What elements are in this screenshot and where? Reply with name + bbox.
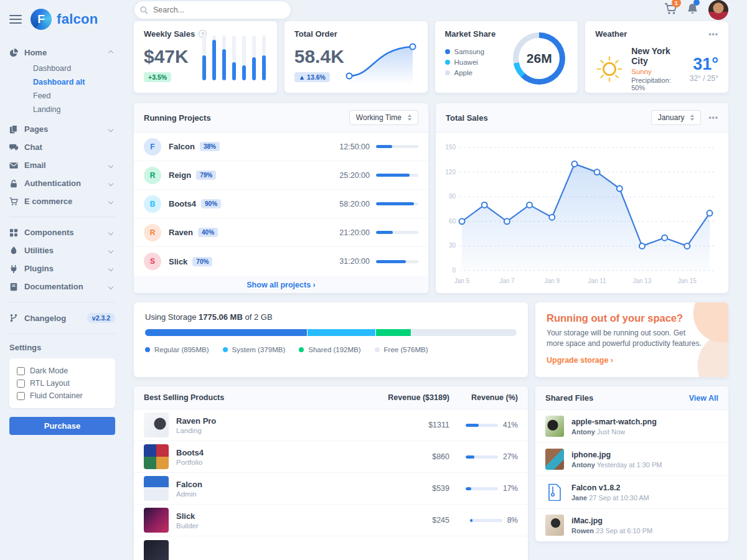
project-progress-bar (376, 231, 418, 234)
main-content: 1 Weekly Sales ? $47K +3.5% Total Order … (125, 0, 747, 560)
chat-icon (9, 143, 18, 152)
chevron-down-icon (108, 198, 113, 203)
sidebar-item-email[interactable]: Email (9, 156, 115, 174)
brand-name: falcon (57, 11, 98, 27)
sidebar-item-feed[interactable]: Feed (9, 89, 115, 103)
svg-text:Jan 15: Jan 15 (678, 278, 697, 284)
table-row: Raven Pro Landing $1311 41% (134, 409, 528, 441)
fire-icon (9, 246, 18, 255)
rtl-layout-toggle[interactable]: RTL Layout (17, 377, 108, 390)
table-row: Falcon Admin $539 17% (134, 473, 528, 505)
sidebar-item-chat[interactable]: Chat (9, 138, 115, 156)
revenue-pct-column-header: Revenue (%) (449, 393, 518, 402)
project-row[interactable]: B Boots4 90% 58:20:00 (134, 190, 428, 218)
fluid-container-toggle[interactable]: Fluid Container (17, 390, 108, 402)
svg-text:Jan 13: Jan 13 (632, 278, 651, 284)
notification-dot (693, 0, 700, 6)
sun-icon (595, 55, 624, 83)
dark-mode-checkbox[interactable] (17, 367, 25, 375)
chevron-down-icon (108, 266, 113, 271)
weather-range: 32° / 25° (690, 74, 718, 83)
weekly-sales-badge: +3.5% (144, 72, 171, 82)
project-avatar: B (144, 195, 161, 213)
sidebar-item-changelog[interactable]: Changelog v2.3.2 (9, 309, 115, 327)
chevron-down-icon (108, 248, 113, 253)
legend-dot (375, 347, 380, 352)
brand-logo[interactable]: F falcon (31, 9, 98, 30)
total-order-sparkline (341, 39, 421, 90)
sidebar-item-plugins[interactable]: Plugins (9, 259, 115, 278)
divider (9, 302, 115, 302)
project-row[interactable]: R Reign 79% 25:20:00 (134, 161, 428, 190)
market-share-card: Market Share Samsung Huawei Apple 26M (435, 21, 578, 93)
avatar[interactable] (708, 0, 728, 20)
weather-title: Weather (595, 29, 627, 39)
sidebar-item-dashboard[interactable]: Dashboard (9, 62, 115, 75)
sidebar-item-dashboard-alt[interactable]: Dashboard alt (9, 75, 115, 89)
sidebar-item-home[interactable]: Home (9, 44, 115, 62)
product-thumbnail (144, 508, 169, 533)
file-thumbnail (545, 449, 564, 470)
revenue-pct-bar (466, 455, 498, 459)
project-progress-badge: 79% (196, 170, 216, 180)
revenue-column-header: Revenue ($3189) (356, 393, 449, 402)
list-item[interactable]: iMac.jpg Rowen 23 Sep at 6:10 PM (535, 509, 728, 541)
cart-icon (9, 197, 18, 206)
view-all-link[interactable]: View All (689, 394, 718, 403)
sidebar-item-ecommerce[interactable]: E commerce (9, 192, 115, 210)
search-input[interactable] (134, 1, 291, 19)
show-all-projects-link[interactable]: Show all projects › (134, 276, 428, 293)
storage-label: Using Storage 1775.06 MB of 2 GB (145, 312, 517, 322)
market-share-total: 26M (513, 32, 565, 85)
revenue-pct-bar (466, 424, 498, 427)
revenue-pct-bar (466, 487, 498, 490)
sidebar-item-pages[interactable]: Pages (9, 120, 115, 138)
fluid-container-checkbox[interactable] (17, 392, 25, 400)
svg-text:60: 60 (449, 218, 456, 225)
project-row[interactable]: R Raven 40% 21:20:00 (134, 218, 428, 247)
version-badge: v2.3.2 (87, 313, 115, 323)
weather-city: New York City (631, 46, 682, 66)
total-order-title: Total Order (294, 29, 337, 39)
sidebar-item-landing[interactable]: Landing (9, 103, 115, 116)
sidebar-item-utilities[interactable]: Utilities (9, 241, 115, 259)
total-sales-menu-button[interactable]: ••• (708, 113, 718, 122)
sidebar-item-documentation[interactable]: Documentation (9, 278, 115, 296)
puzzle-icon (9, 228, 18, 237)
chevron-down-icon (108, 126, 113, 131)
list-item[interactable]: iphone.jpg Antony Yesterday at 1:30 PM (535, 443, 728, 476)
legend-dot (145, 347, 150, 352)
weather-menu-button[interactable]: ••• (708, 30, 718, 39)
list-item[interactable]: Falcon v1.8.2 Jane 27 Sep at 10:30 AM (535, 476, 728, 509)
cart-button[interactable]: 1 (664, 2, 677, 17)
table-row: Slick Builder $245 8% (134, 505, 528, 536)
market-share-donut-chart: 26M (513, 32, 565, 85)
file-thumbnail (545, 515, 564, 536)
month-select[interactable]: January (651, 110, 702, 125)
sidebar-item-authentication[interactable]: Authentication (9, 174, 115, 192)
project-row[interactable]: F Falcon 38% 12:50:00 (134, 133, 428, 161)
product-thumbnail (144, 444, 169, 469)
hamburger-menu-icon[interactable] (9, 12, 22, 26)
project-progress-badge: 38% (200, 142, 220, 151)
project-progress-bar (376, 145, 418, 148)
svg-text:0: 0 (452, 267, 456, 274)
list-item[interactable]: apple-smart-watch.png Antony Just Now (535, 410, 728, 443)
weather-card: Weather ••• New York City Sunny Precipit… (585, 21, 728, 93)
weather-condition: Sunny (631, 68, 682, 75)
divider (9, 217, 115, 217)
envelope-icon (9, 161, 18, 170)
dark-mode-toggle[interactable]: Dark Mode (17, 365, 108, 377)
divider (9, 334, 115, 334)
weekly-sales-bar-chart (202, 35, 266, 80)
project-avatar: S (144, 253, 161, 270)
purchase-button[interactable]: Purchase (9, 417, 115, 435)
code-branch-icon (9, 314, 18, 322)
notifications-button[interactable] (687, 2, 698, 17)
project-progress-badge: 40% (198, 228, 218, 237)
rtl-layout-checkbox[interactable] (17, 380, 25, 388)
working-time-select[interactable]: Working Time (349, 110, 418, 125)
project-row[interactable]: S Slick 70% 31:20:00 (134, 247, 428, 276)
sidebar-item-components[interactable]: Components (9, 223, 115, 241)
upgrade-storage-link[interactable]: Upgrade storage › (547, 356, 613, 365)
